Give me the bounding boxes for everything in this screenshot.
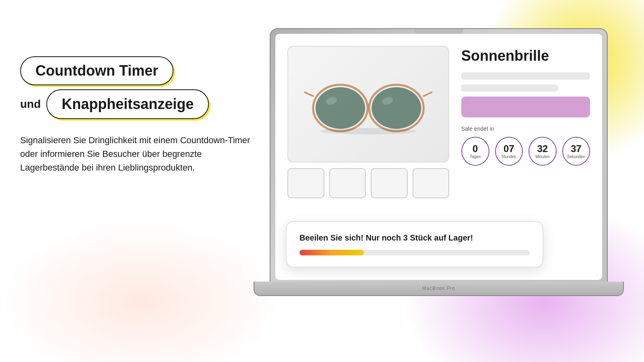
skeleton-line-1 — [461, 72, 590, 80]
stock-card: Beeilen Sie sich! Nur noch 3 Stück auf L… — [286, 221, 543, 267]
timer-circle-3: 37Sekunden — [562, 137, 590, 166]
svg-point-1 — [316, 87, 365, 129]
timer-circle-1: 07Stunden — [495, 137, 523, 166]
timer-circle-2: 32Minuten — [528, 137, 557, 166]
laptop-base: MacBook Pro — [254, 282, 624, 296]
left-panel: Countdown Timer und Knappheitsanzeige Si… — [20, 56, 254, 175]
badge-row-2: und Knappheitsanzeige — [20, 89, 254, 119]
add-to-cart-button[interactable] — [461, 97, 590, 117]
product-image — [287, 46, 449, 162]
svg-line-4 — [304, 92, 313, 96]
sunglasses-svg — [304, 72, 432, 136]
countdown-timer-badge: Countdown Timer — [20, 56, 173, 85]
timer-unit-3: Sekunden — [567, 154, 585, 159]
progress-bar-fill — [299, 250, 364, 255]
badge-row-1: Countdown Timer — [20, 56, 254, 85]
svg-point-8 — [320, 128, 417, 135]
progress-bar-bg — [299, 250, 530, 255]
knappheit-badge: Knappheitsanzeige — [46, 89, 209, 119]
thumbnail-2[interactable] — [329, 168, 366, 198]
thumbnail-row — [287, 168, 449, 198]
timer-row: 0Tagen07Stunden32Minuten37Sekunden — [461, 137, 590, 166]
macbook-label: MacBook Pro — [422, 286, 455, 291]
timer-number-0: 0 — [473, 144, 478, 154]
thumbnail-4[interactable] — [413, 168, 450, 198]
sale-label: Sale endet in — [461, 125, 590, 132]
description-text: Signalisieren Sie Dringlichkeit mit eine… — [20, 134, 254, 175]
skeleton-line-2 — [461, 84, 558, 92]
product-title: Sonnenbrille — [461, 47, 590, 64]
thumbnail-3[interactable] — [371, 168, 408, 198]
laptop-container: Sonnenbrille Sale endet in 0Tagen07Stund… — [229, 16, 632, 322]
svg-point-3 — [372, 87, 421, 129]
timer-number-1: 07 — [504, 144, 514, 154]
thumbnail-1[interactable] — [287, 168, 324, 198]
timer-unit-0: Tagen — [470, 154, 481, 159]
timer-circle-0: 0Tagen — [461, 137, 489, 166]
timer-number-3: 37 — [571, 144, 582, 154]
timer-unit-2: Minuten — [535, 154, 550, 159]
timer-unit-1: Stunden — [502, 154, 516, 159]
timer-number-2: 32 — [537, 144, 548, 154]
und-text: und — [20, 98, 41, 111]
stock-card-text: Beeilen Sie sich! Nur noch 3 Stück auf L… — [299, 233, 530, 243]
svg-line-5 — [423, 92, 432, 96]
